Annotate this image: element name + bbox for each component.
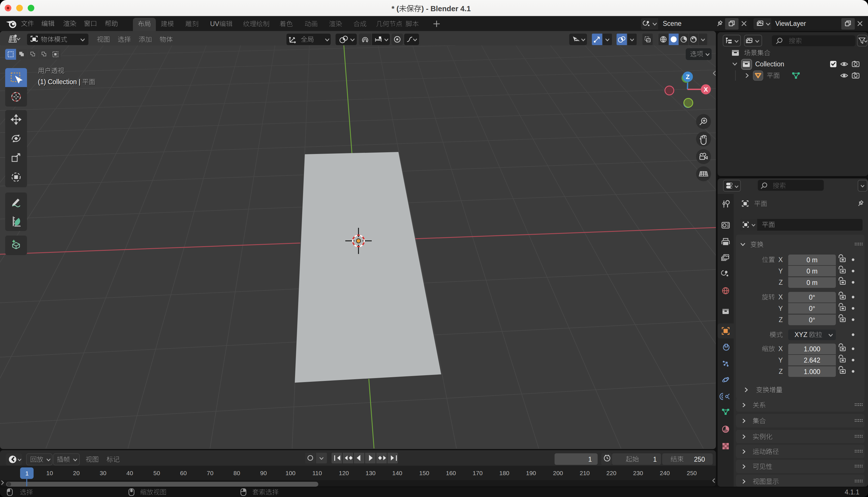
svg-text:Y: Y [778,305,783,312]
svg-text:Z: Z [779,316,783,324]
svg-text:X: X [778,256,783,264]
svg-text:130: 130 [365,470,376,476]
svg-text:1: 1 [588,456,592,463]
svg-text:150: 150 [419,470,429,476]
svg-text:50: 50 [153,470,160,476]
svg-text:0 m: 0 m [807,279,818,286]
svg-text:110: 110 [312,470,322,476]
svg-text:4.1.1: 4.1.1 [845,488,859,496]
svg-text:40: 40 [126,470,133,476]
svg-text:1.000: 1.000 [804,345,820,353]
svg-text:90: 90 [260,470,267,476]
svg-text:120: 120 [339,470,349,476]
svg-text:(1) Collection |: (1) Collection | [38,78,80,86]
svg-text:X: X [778,293,783,301]
svg-text:XYZ: XYZ [795,331,807,338]
svg-text:Scene: Scene [663,20,681,27]
svg-text:ViewLayer: ViewLayer [775,20,806,27]
svg-text:30: 30 [100,470,106,476]
svg-text:0°: 0° [809,316,815,324]
svg-text:20: 20 [73,470,79,476]
svg-text:Y: Y [778,268,783,275]
svg-text:0 m: 0 m [807,256,818,264]
svg-text:190: 190 [526,470,536,476]
svg-text:180: 180 [499,470,509,476]
svg-text:Collection: Collection [755,60,784,68]
svg-text:170: 170 [472,470,483,476]
svg-text:230: 230 [633,470,643,476]
svg-text:2.642: 2.642 [804,356,820,364]
svg-text:X: X [704,86,708,93]
svg-text:10: 10 [46,470,53,476]
svg-text:70: 70 [207,470,213,476]
svg-text:Y: Y [778,356,783,364]
svg-text:250: 250 [694,456,705,463]
svg-text:Z: Z [686,73,690,81]
svg-text:100: 100 [285,470,295,476]
svg-text:1: 1 [653,456,657,463]
svg-text:1: 1 [25,470,29,477]
svg-text:1.000: 1.000 [804,368,820,375]
svg-text:UV: UV [210,20,220,28]
svg-text:80: 80 [233,470,240,476]
svg-text:140: 140 [392,470,402,476]
svg-text:60: 60 [180,470,187,476]
svg-text:) - Blender 4.1: ) - Blender 4.1 [421,4,471,13]
svg-text:* (: * ( [392,4,399,13]
svg-text:Z: Z [779,368,783,375]
svg-text:0 m: 0 m [807,268,818,275]
svg-text:220: 220 [606,470,616,476]
svg-text:160: 160 [446,470,456,476]
svg-text:Z: Z [779,279,783,286]
svg-text:X: X [778,345,783,353]
svg-text:200: 200 [553,470,563,476]
svg-text:240: 240 [660,470,670,476]
svg-text:0°: 0° [809,294,815,301]
svg-text:0°: 0° [809,305,815,312]
svg-text:250: 250 [687,470,697,476]
svg-text:210: 210 [579,470,590,476]
